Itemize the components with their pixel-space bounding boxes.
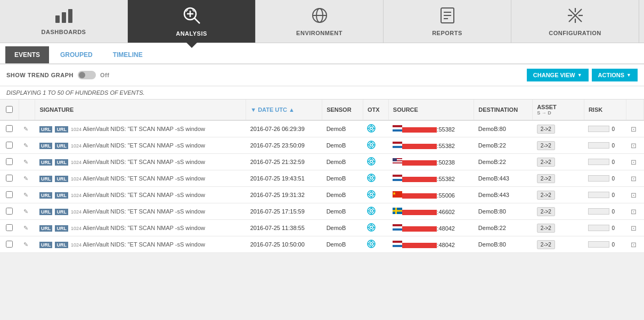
asset-badge[interactable]: 2->2 (537, 224, 555, 233)
asset-badge[interactable]: 2->2 (537, 207, 555, 216)
source-ip-redacted (402, 193, 437, 199)
row-sensor: DemoB (322, 170, 363, 187)
nav-analysis[interactable]: ANALYSIS (128, 0, 256, 43)
row-checkbox[interactable] (6, 175, 13, 182)
row-checkbox[interactable] (6, 125, 13, 132)
row-action-icon[interactable]: ⊡ (631, 175, 637, 183)
asset-badge[interactable]: 2->2 (537, 240, 555, 249)
row-signature: URL URL 1024 AlienVault NIDS: "ET SCAN N… (35, 120, 246, 137)
row-checkbox-cell (0, 187, 19, 203)
asset-arrows: S → D (537, 110, 580, 116)
sig-text[interactable]: AlienVault NIDS: "ET SCAN NMAP -sS windo… (83, 175, 205, 182)
row-action-icon[interactable]: ⊡ (631, 125, 637, 133)
sig-text[interactable]: AlienVault NIDS: "ET SCAN NMAP -sS windo… (83, 241, 205, 248)
nav-reports[interactable]: REPORTS (384, 0, 511, 43)
sig-text[interactable]: AlienVault NIDS: "ET SCAN NMAP -sS windo… (83, 225, 205, 231)
row-checkbox-cell (0, 203, 19, 220)
svg-point-68 (371, 194, 372, 195)
th-source[interactable]: SOURCE (388, 100, 474, 120)
row-checkbox-cell (0, 236, 19, 253)
select-all-checkbox[interactable] (6, 106, 13, 113)
svg-point-34 (371, 144, 372, 146)
actions-button[interactable]: ACTIONS ▼ (592, 69, 638, 81)
th-otx[interactable]: OTX (363, 100, 388, 120)
row-checkbox[interactable] (6, 142, 13, 149)
row-sensor: DemoB (322, 203, 363, 220)
asset-badge[interactable]: 2->2 (537, 125, 555, 134)
th-asset[interactable]: ASSET S → D (533, 100, 584, 120)
nav-environment[interactable]: ENVIRONMENT (256, 0, 384, 43)
sig-text[interactable]: AlienVault NIDS: "ET SCAN NMAP -sS windo… (83, 192, 205, 198)
row-otx (363, 137, 388, 154)
asset-badge[interactable]: 2->2 (537, 141, 555, 150)
risk-value: 0 (612, 209, 615, 215)
row-signature: URL URL 1024 AlienVault NIDS: "ET SCAN N… (35, 170, 246, 187)
risk-bar-wrap: 0 (588, 192, 622, 198)
row-action-icon-cell: ⊡ (626, 137, 644, 154)
row-checkbox[interactable] (6, 191, 13, 198)
row-sensor: DemoB (322, 137, 363, 154)
sig-badge-1: URL (39, 209, 53, 215)
th-signature[interactable]: SIGNATURE (35, 100, 246, 120)
configuration-icon (567, 7, 584, 27)
row-destination: DemoB:443 (474, 170, 533, 187)
sig-text[interactable]: AlienVault NIDS: "ET SCAN NMAP -sS windo… (83, 159, 205, 165)
row-action-icon[interactable]: ⊡ (631, 142, 637, 150)
row-date: 2016-07-26 06:29:39 (246, 120, 322, 137)
row-checkbox-cell (0, 137, 19, 154)
row-otx (363, 120, 388, 137)
sig-text[interactable]: AlienVault NIDS: "ET SCAN NMAP -sS windo… (83, 142, 205, 149)
source-ip-redacted (402, 226, 437, 232)
row-action-icon[interactable]: ⊡ (631, 224, 637, 232)
nav-dashboards[interactable]: DASHBOARDS (0, 0, 128, 43)
table-row: ✎ URL URL 1024 AlienVault NIDS: "ET SCAN… (0, 120, 644, 137)
pencil-icon[interactable]: ✎ (23, 159, 28, 165)
sig-num: 1024 (71, 226, 81, 231)
pencil-icon[interactable]: ✎ (23, 142, 28, 149)
row-checkbox[interactable] (6, 241, 13, 248)
asset-badge[interactable]: 2->2 (537, 191, 555, 200)
sig-text[interactable]: AlienVault NIDS: "ET SCAN NMAP -sS windo… (83, 208, 205, 215)
pencil-icon[interactable]: ✎ (23, 126, 28, 132)
sig-num: 1024 (71, 176, 81, 182)
th-check (0, 100, 19, 120)
th-date-utc[interactable]: ▼ DATE UTC ▲ (246, 100, 322, 120)
sig-num: 1024 (71, 209, 81, 215)
row-signature: URL URL 1024 AlienVault NIDS: "ET SCAN N… (35, 203, 246, 220)
trend-toggle[interactable] (78, 71, 96, 79)
pencil-icon[interactable]: ✎ (23, 192, 28, 198)
row-checkbox[interactable] (6, 158, 13, 165)
sig-num: 1024 (71, 127, 81, 132)
pencil-icon[interactable]: ✎ (23, 225, 28, 231)
th-destination[interactable]: DESTINATION (474, 100, 533, 120)
tab-events[interactable]: EVENTS (5, 46, 49, 63)
nav-configuration[interactable]: CONFIGURATION (511, 0, 639, 43)
pencil-icon[interactable]: ✎ (23, 208, 28, 215)
asset-badge[interactable]: 2->2 (537, 158, 555, 167)
svg-point-58 (371, 177, 372, 179)
th-sensor[interactable]: SENSOR (322, 100, 363, 120)
row-pencil-cell: ✎ (19, 154, 35, 170)
row-asset: 2->2 (533, 203, 584, 220)
th-risk[interactable]: RISK (584, 100, 626, 120)
row-checkbox[interactable] (6, 224, 13, 231)
row-sensor: DemoB (322, 154, 363, 170)
pencil-icon[interactable]: ✎ (23, 241, 28, 248)
sig-text[interactable]: AlienVault NIDS: "ET SCAN NMAP -sS windo… (83, 126, 205, 132)
change-view-caret: ▼ (577, 72, 582, 78)
row-action-icon[interactable]: ⊡ (631, 158, 637, 166)
row-action-icon[interactable]: ⊡ (631, 208, 637, 216)
pencil-icon[interactable]: ✎ (23, 175, 28, 182)
tab-timeline[interactable]: TIMELINE (104, 46, 152, 63)
row-asset: 2->2 (533, 187, 584, 203)
row-checkbox[interactable] (6, 208, 13, 215)
risk-bar (588, 142, 609, 149)
tab-grouped[interactable]: GROUPED (51, 46, 102, 63)
svg-point-97 (371, 243, 372, 245)
asset-badge[interactable]: 2->2 (537, 174, 555, 183)
change-view-button[interactable]: CHANGE VIEW ▼ (527, 69, 589, 81)
risk-value: 0 (612, 126, 615, 132)
row-action-icon[interactable]: ⊡ (631, 241, 637, 249)
row-action-icon[interactable]: ⊡ (631, 191, 637, 199)
analysis-icon (183, 6, 201, 27)
